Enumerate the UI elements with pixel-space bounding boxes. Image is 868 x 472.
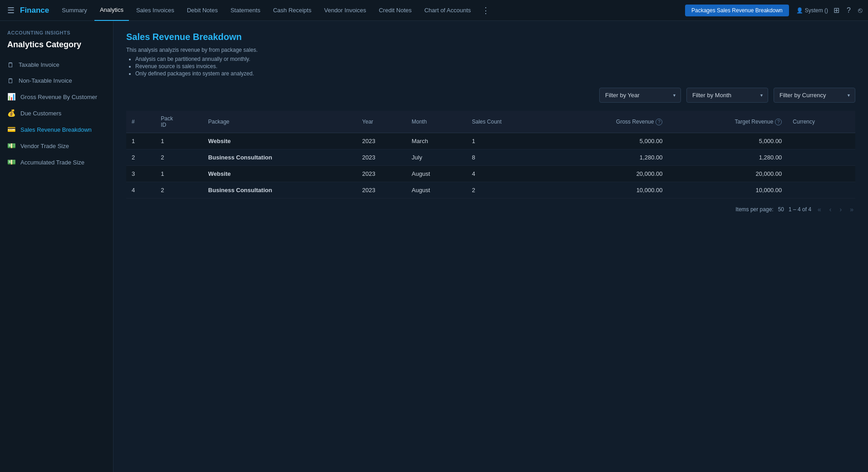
filter-month-wrapper: Filter by Month [686,88,768,103]
non-taxable-invoice-icon: 🗒 [7,77,14,84]
tab-credit-notes[interactable]: Credit Notes [373,0,417,21]
tab-analytics[interactable]: Analytics [94,0,129,21]
due-customers-icon: 💰 [7,109,16,117]
cell-sales-count: 4 [466,166,550,182]
filters-row: Filter by Year Filter by Month Filter by… [126,88,855,103]
tab-vendor-invoices[interactable]: Vendor Invoices [319,0,372,21]
logout-icon-btn[interactable]: ⎋ [856,5,864,16]
cell-package: Website [203,133,357,149]
user-label: System () [805,7,828,14]
taxable-invoice-icon: 🗒 [7,61,14,69]
accumulated-trade-icon: 💵 [7,158,16,166]
cell-num: 1 [126,133,155,149]
cell-year: 2023 [357,149,406,166]
cell-gross-revenue: 10,000.00 [550,182,668,199]
sidebar-item-sales-revenue[interactable]: 💳 Sales Revenue Breakdown [0,121,113,138]
cell-target-revenue: 5,000.00 [668,133,787,149]
col-pack-id: PackID [155,111,202,133]
tab-cash-receipts[interactable]: Cash Receipts [267,0,317,21]
data-table: # PackID Package Year Month Sales Count … [126,111,855,199]
cell-pack-id: 1 [155,133,202,149]
sidebar-item-label: Non-Taxable Invoice [19,77,72,84]
gross-revenue-help-icon[interactable]: ? [656,119,662,125]
pagination-range: 1 – 4 of 4 [789,206,811,213]
cell-month: July [406,149,467,166]
sidebar-item-non-taxable-invoice[interactable]: 🗒 Non-Taxable Invoice [0,73,113,89]
sidebar-item-gross-revenue[interactable]: 📊 Gross Revenue By Customer [0,89,113,105]
cell-currency [787,133,855,149]
cell-gross-revenue: 5,000.00 [550,133,668,149]
col-year: Year [357,111,406,133]
sidebar-item-due-customers[interactable]: 💰 Due Customers [0,105,113,121]
filter-currency-wrapper: Filter by Currency [774,88,855,103]
cell-pack-id: 1 [155,166,202,182]
tab-sales-invoices[interactable]: Sales Invoices [131,0,180,21]
sidebar-section-label: Accounting Insights [0,30,113,35]
sidebar-item-taxable-invoice[interactable]: 🗒 Taxable Invoice [0,57,113,73]
topnav: ☰ Finance Summary Analytics Sales Invoic… [0,0,868,21]
page-description: This analysis analyzis revenue by from p… [126,47,855,53]
cell-gross-revenue: 20,000.00 [550,166,668,182]
apps-icon-btn[interactable]: ⊞ [832,4,841,16]
bullet-2: Revenue source is sales invoices. [135,63,855,70]
sidebar-item-label: Sales Revenue Breakdown [20,126,92,133]
cell-num: 3 [126,166,155,182]
items-per-page-value: 50 [778,206,784,213]
cell-target-revenue: 10,000.00 [668,182,787,199]
menu-icon[interactable]: ☰ [4,4,18,17]
more-icon[interactable]: ⋮ [478,4,493,17]
cell-target-revenue: 20,000.00 [668,166,787,182]
cell-package: Website [203,166,357,182]
pagination-next-btn[interactable]: › [838,205,844,214]
cell-month: August [406,182,467,199]
filter-month-select[interactable]: Filter by Month [686,88,768,103]
col-gross-revenue: Gross Revenue ? [550,111,668,133]
user-menu[interactable]: 👤 System () [796,7,828,14]
tab-summary[interactable]: Summary [56,0,93,21]
table-body: 1 1 Website 2023 March 1 5,000.00 5,000.… [126,133,855,199]
filter-currency-select[interactable]: Filter by Currency [774,88,855,103]
tab-statements[interactable]: Statements [225,0,266,21]
cell-currency [787,149,855,166]
cell-num: 2 [126,149,155,166]
user-icon: 👤 [796,7,803,14]
cell-sales-count: 1 [466,133,550,149]
sidebar-item-label: Gross Revenue By Customer [20,94,97,100]
cell-year: 2023 [357,133,406,149]
cell-currency [787,182,855,199]
cell-package: Business Consultation [203,149,357,166]
cell-gross-revenue: 1,280.00 [550,149,668,166]
sidebar-item-label: Due Customers [20,110,61,117]
sidebar-item-vendor-trade[interactable]: 💵 Vendor Trade Size [0,138,113,154]
col-month: Month [406,111,467,133]
col-currency: Currency [787,111,855,133]
cell-year: 2023 [357,166,406,182]
cell-sales-count: 8 [466,149,550,166]
col-package: Package [203,111,357,133]
cell-target-revenue: 1,280.00 [668,149,787,166]
pagination-first-btn[interactable]: « [816,205,823,214]
sidebar-title: Analytics Category [0,38,113,57]
packages-revenue-button[interactable]: Packages Sales Revenue Breakdown [685,5,789,16]
page-title: Sales Revenue Breakdown [126,32,855,42]
target-revenue-help-icon[interactable]: ? [775,119,782,125]
cell-pack-id: 2 [155,182,202,199]
cell-currency [787,166,855,182]
cell-num: 4 [126,182,155,199]
info-bullets: Analysis can be partitioned annually or … [126,56,855,77]
cell-pack-id: 2 [155,149,202,166]
gross-revenue-icon: 📊 [7,93,16,101]
table-header: # PackID Package Year Month Sales Count … [126,111,855,133]
tab-chart-of-accounts[interactable]: Chart of Accounts [419,0,477,21]
help-icon-btn[interactable]: ? [845,5,853,16]
cell-package: Business Consultation [203,182,357,199]
brand-label: Finance [20,6,49,15]
pagination-prev-btn[interactable]: ‹ [828,205,833,214]
sidebar-item-accumulated-trade[interactable]: 💵 Accumulated Trade Size [0,154,113,170]
pagination-last-btn[interactable]: » [848,205,855,214]
col-sales-count: Sales Count [466,111,550,133]
tab-debit-notes[interactable]: Debit Notes [182,0,223,21]
bullet-3: Only defined packages into system are an… [135,70,855,77]
table-row: 2 2 Business Consultation 2023 July 8 1,… [126,149,855,166]
filter-year-select[interactable]: Filter by Year [599,88,681,103]
